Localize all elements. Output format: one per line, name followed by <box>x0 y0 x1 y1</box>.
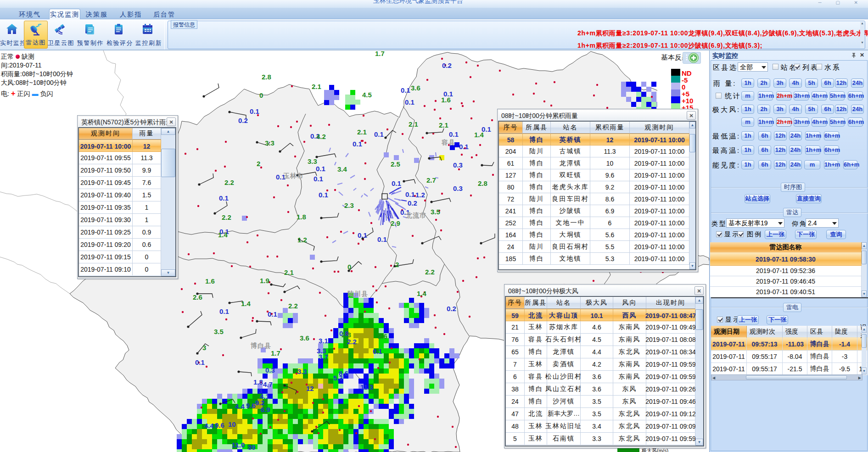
svg-text:1.4: 1.4 <box>241 300 251 307</box>
svg-text:1.7: 1.7 <box>271 349 280 357</box>
svg-text:0.1: 0.1 <box>219 194 229 202</box>
svg-text:2.6: 2.6 <box>193 293 202 301</box>
svg-text:玉林市: 玉林市 <box>283 172 304 179</box>
svg-text:0.1: 0.1 <box>374 130 384 138</box>
svg-text:0.1: 0.1 <box>377 235 387 243</box>
svg-text:陆川县: 陆川县 <box>347 290 368 297</box>
svg-text:1.2: 1.2 <box>297 236 307 244</box>
svg-text:6.9: 6.9 <box>261 406 270 413</box>
svg-text:2.7: 2.7 <box>426 176 436 184</box>
svg-text:0.1: 0.1 <box>373 347 382 355</box>
svg-text:0.1: 0.1 <box>401 86 410 94</box>
svg-text:0.1: 0.1 <box>358 231 367 239</box>
svg-text:0.1: 0.1 <box>405 98 414 106</box>
svg-text:1.6: 1.6 <box>441 96 451 104</box>
svg-text:2.9: 2.9 <box>391 219 400 227</box>
svg-text:4.4: 4.4 <box>204 422 214 430</box>
svg-text:0.2: 0.2 <box>238 117 248 124</box>
svg-text:0.1: 0.1 <box>319 191 328 199</box>
svg-text:2.2: 2.2 <box>224 179 234 186</box>
svg-text:3.6: 3.6 <box>300 334 309 342</box>
svg-text:2.2: 2.2 <box>347 338 357 346</box>
svg-text:4.5: 4.5 <box>362 91 372 99</box>
svg-text:0.2: 0.2 <box>408 199 417 207</box>
svg-text:2.1: 2.1 <box>312 83 321 90</box>
svg-text:1.4: 1.4 <box>417 290 427 297</box>
svg-text:2.2: 2.2 <box>425 268 435 276</box>
svg-text:9.6: 9.6 <box>215 421 224 429</box>
svg-text:9.6: 9.6 <box>246 402 256 409</box>
svg-text:11.3: 11.3 <box>360 383 373 391</box>
svg-text:1.8: 1.8 <box>253 378 263 386</box>
svg-text:1.9: 1.9 <box>260 277 269 285</box>
svg-text:0.3: 0.3 <box>453 184 463 192</box>
svg-text:0.2: 0.2 <box>447 305 456 312</box>
svg-text:4.2: 4.2 <box>316 133 326 140</box>
svg-text:2.1: 2.1 <box>439 121 448 129</box>
svg-text:博白县: 博白县 <box>250 342 271 349</box>
svg-text:0.1: 0.1 <box>459 143 469 151</box>
svg-text:3: 3 <box>202 344 206 352</box>
svg-text:39: 39 <box>248 443 256 451</box>
svg-text:2.3: 2.3 <box>344 201 354 209</box>
svg-text:1.2: 1.2 <box>415 191 425 199</box>
svg-text:4.7: 4.7 <box>263 380 273 388</box>
svg-text:0.1: 0.1 <box>195 358 205 366</box>
svg-text:0.2: 0.2 <box>442 61 452 69</box>
svg-text:0.3: 0.3 <box>265 366 275 374</box>
svg-text:3.6: 3.6 <box>411 84 420 92</box>
svg-text:3.3: 3.3 <box>265 139 274 147</box>
svg-text:1.7: 1.7 <box>375 50 385 57</box>
svg-text:容县: 容县 <box>441 139 455 146</box>
svg-text:3.5: 3.5 <box>431 208 440 216</box>
svg-text:4.4: 4.4 <box>235 402 245 410</box>
svg-text:0.1: 0.1 <box>219 307 229 315</box>
svg-text:0.1: 0.1 <box>314 175 323 183</box>
svg-text:2.8: 2.8 <box>262 73 271 81</box>
svg-text:0.1: 0.1 <box>449 130 459 138</box>
svg-text:0.1: 0.1 <box>250 107 259 115</box>
svg-text:3.3: 3.3 <box>308 157 317 165</box>
svg-text:1.8: 1.8 <box>297 213 306 221</box>
svg-text:3.5: 3.5 <box>214 328 224 335</box>
svg-text:1.4: 1.4 <box>218 231 228 239</box>
svg-text:2.8: 2.8 <box>478 179 487 187</box>
svg-text:2.1: 2.1 <box>284 268 294 276</box>
svg-text:3.7: 3.7 <box>319 353 328 361</box>
svg-text:0.1: 0.1 <box>316 165 325 173</box>
svg-text:3.1: 3.1 <box>319 337 328 345</box>
svg-text:0: 0 <box>259 91 263 99</box>
svg-text:0.1: 0.1 <box>392 179 401 187</box>
svg-text:10: 10 <box>228 420 236 428</box>
svg-text:2.6: 2.6 <box>378 332 387 340</box>
svg-text:3.3: 3.3 <box>297 368 307 375</box>
svg-text:2.1: 2.1 <box>409 120 418 128</box>
svg-text:北流市: 北流市 <box>405 212 426 219</box>
svg-text:0.1: 0.1 <box>268 310 277 318</box>
svg-text:2.1: 2.1 <box>357 128 367 136</box>
svg-text:2.3: 2.3 <box>342 331 351 339</box>
svg-text:2.2: 2.2 <box>222 213 231 221</box>
svg-text:1.6: 1.6 <box>205 277 215 285</box>
svg-text:0.3: 0.3 <box>453 161 463 169</box>
svg-text:3.4: 3.4 <box>337 165 347 173</box>
svg-text:5.3: 5.3 <box>333 374 343 382</box>
svg-text:0.1: 0.1 <box>353 140 362 148</box>
svg-text:12: 12 <box>306 385 314 392</box>
svg-text:11.0: 11.0 <box>232 441 245 449</box>
svg-text:2.2: 2.2 <box>288 302 298 310</box>
svg-text:2: 2 <box>395 261 399 268</box>
svg-text:2.5: 2.5 <box>391 160 400 168</box>
svg-text:0: 0 <box>347 263 351 271</box>
svg-text:2: 2 <box>257 160 260 167</box>
svg-text:0.1: 0.1 <box>405 190 415 198</box>
svg-text:1.4: 1.4 <box>474 131 484 139</box>
